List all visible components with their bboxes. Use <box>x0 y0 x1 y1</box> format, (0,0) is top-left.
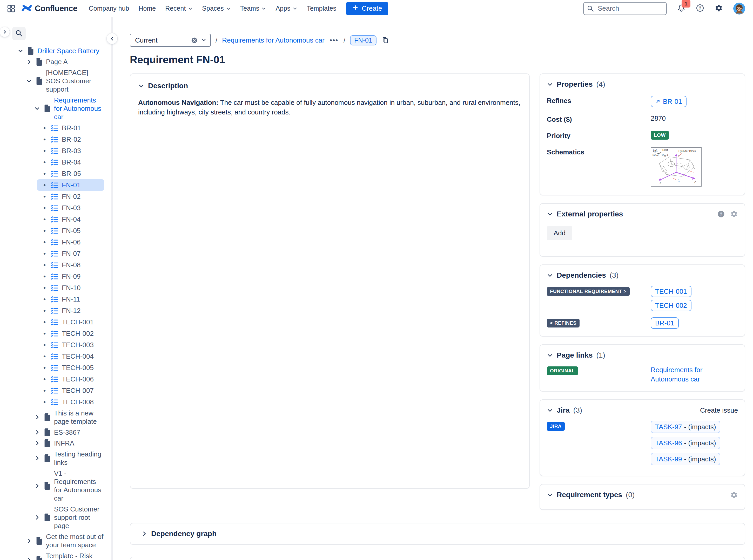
version-select[interactable]: Current <box>130 34 211 47</box>
breadcrumb-parent-link[interactable]: Requirements for Autonomous car <box>222 36 325 44</box>
tree-item-fn-05[interactable]: • FN-05 <box>37 225 104 236</box>
copy-link-button[interactable] <box>381 36 389 44</box>
collapse-jira-button[interactable] <box>547 407 553 413</box>
confluence-logo[interactable]: Confluence <box>21 3 77 15</box>
tree-item-get-the-most-out-of-your-team-space[interactable]: Get the most out of your team space <box>5 531 111 551</box>
tree-item-driller-space-battery[interactable]: Driller Space Battery <box>5 45 111 56</box>
schematics-thumbnail[interactable]: Left Rear Front Right Cylinder Block <box>651 147 701 187</box>
collapse-requirement-types-button[interactable] <box>547 492 553 498</box>
collapse-properties-button[interactable] <box>547 81 553 87</box>
external-properties-settings-button[interactable] <box>730 210 738 218</box>
nav-item-teams[interactable]: Teams <box>240 5 266 12</box>
tree-item-tech-005[interactable]: • TECH-005 <box>37 362 104 374</box>
help-button[interactable]: ? <box>696 4 704 13</box>
nav-item-company-hub[interactable]: Company hub <box>89 5 129 12</box>
tree-item-tech-007[interactable]: • TECH-007 <box>37 385 104 396</box>
create-issue-button[interactable]: Create issue <box>700 406 738 415</box>
tree-item-label: FN-09 <box>62 272 104 281</box>
tree-chevron-right-icon[interactable] <box>33 483 41 488</box>
tree-item-tech-001[interactable]: • TECH-001 <box>37 316 104 328</box>
tree-item-fn-10[interactable]: • FN-10 <box>37 282 104 294</box>
tree-item-homepage-sos-customer-support[interactable]: [HOMEPAGE] SOS Customer support <box>5 67 111 95</box>
tree-chevron-right-icon[interactable] <box>33 440 41 446</box>
notifications-button[interactable]: 1 <box>677 4 686 13</box>
tree-chevron-right-icon[interactable] <box>33 515 41 520</box>
tree-chevron-down-icon[interactable] <box>17 48 24 54</box>
tree-item-tech-002[interactable]: • TECH-002 <box>37 328 104 339</box>
tree-item-fn-07[interactable]: • FN-07 <box>37 248 104 259</box>
tree-chevron-right-icon[interactable] <box>33 429 41 435</box>
tree-item-page-a[interactable]: Page A <box>5 56 111 67</box>
requirement-icon <box>51 159 59 165</box>
clear-version-button[interactable] <box>191 37 198 44</box>
tree-item-br-02[interactable]: • BR-02 <box>37 134 104 145</box>
tree-item-tech-003[interactable]: • TECH-003 <box>37 339 104 351</box>
create-button[interactable]: Create <box>346 2 388 15</box>
tree-item-fn-02[interactable]: • FN-02 <box>37 191 104 202</box>
settings-button[interactable] <box>715 4 723 13</box>
tree-item-fn-06[interactable]: • FN-06 <box>37 236 104 248</box>
tree-item-infra[interactable]: INFRA <box>5 438 111 449</box>
nav-item-apps[interactable]: Apps <box>275 5 297 12</box>
tree-chevron-right-icon[interactable] <box>33 415 41 420</box>
tree-chevron-down-icon[interactable] <box>25 78 33 84</box>
tree-chevron-right-icon[interactable] <box>25 59 33 65</box>
tree-item-fn-08[interactable]: • FN-08 <box>37 259 104 271</box>
collapse-description-button[interactable] <box>138 83 144 89</box>
app-switcher-icon[interactable] <box>7 4 16 13</box>
sidebar-search-button[interactable] <box>12 27 26 40</box>
tree-item-br-04[interactable]: • BR-04 <box>37 157 104 168</box>
collapse-page-links-button[interactable] <box>547 352 553 358</box>
expand-dependency-graph-button[interactable] <box>141 531 148 537</box>
tree-item-fn-11[interactable]: • FN-11 <box>37 294 104 305</box>
dependency-chip-tech-002[interactable]: TECH-002 <box>651 300 692 311</box>
tree-item-fn-04[interactable]: • FN-04 <box>37 214 104 225</box>
tree-item-tech-006[interactable]: • TECH-006 <box>37 374 104 385</box>
breadcrumb-overflow-button[interactable]: ••• <box>329 36 339 44</box>
requirement-types-settings-button[interactable] <box>730 491 738 499</box>
tree-item-sos-customer-support-root-page[interactable]: SOS Customer support root page <box>5 504 111 531</box>
dependency-chip-tech-001[interactable]: TECH-001 <box>651 286 692 297</box>
bullet: • <box>43 306 46 315</box>
tree-item-template-risk-assessment[interactable]: Template - Risk assessment <box>5 551 111 560</box>
tree-chevron-right-icon[interactable] <box>33 455 41 461</box>
user-avatar[interactable] <box>733 3 745 15</box>
tree-item-br-01[interactable]: • BR-01 <box>37 122 104 134</box>
tree-item-br-03[interactable]: • BR-03 <box>37 145 104 157</box>
dependency-chip-br-01[interactable]: BR-01 <box>651 317 679 329</box>
add-external-property-button[interactable]: Add <box>547 226 572 240</box>
tree-item-tech-008[interactable]: • TECH-008 <box>37 396 104 408</box>
tree-chevron-down-icon[interactable] <box>33 106 41 111</box>
tree-item-fn-09[interactable]: • FN-09 <box>37 271 104 282</box>
nav-item-recent[interactable]: Recent <box>165 5 193 12</box>
jira-issue-chip-task-99[interactable]: TASK-99- (impacts) <box>651 453 720 465</box>
nav-item-templates[interactable]: Templates <box>307 5 336 12</box>
breadcrumb-current-chip[interactable]: FN-01 <box>350 35 376 45</box>
tree-item-es-3867[interactable]: ES-3867 <box>5 427 111 438</box>
tree-item-testing-heading-links[interactable]: Testing heading links <box>5 449 111 468</box>
tree-chevron-right-icon[interactable] <box>25 557 33 560</box>
tree-item-label: This is a new page template <box>54 409 104 425</box>
jira-issue-chip-task-97[interactable]: TASK-97- (impacts) <box>651 421 720 433</box>
refines-chip[interactable]: BR-01 <box>651 96 687 107</box>
jira-issue-chip-task-96[interactable]: TASK-96- (impacts) <box>651 437 720 449</box>
sidebar-resize-divider[interactable] <box>111 17 113 560</box>
tree-item-tech-004[interactable]: • TECH-004 <box>37 351 104 362</box>
tree-item-br-05[interactable]: • BR-05 <box>37 168 104 179</box>
collapse-external-properties-button[interactable] <box>547 211 553 217</box>
requirement-icon <box>51 399 59 405</box>
collapse-sidebar-button[interactable] <box>107 33 118 44</box>
page-link-original[interactable]: Requirements for Autonomous car <box>651 365 738 384</box>
tree-item-fn-12[interactable]: • FN-12 <box>37 305 104 316</box>
external-properties-help-button[interactable]: ? <box>717 210 725 218</box>
tree-item-fn-03[interactable]: • FN-03 <box>37 202 104 214</box>
search-input[interactable] <box>583 2 667 15</box>
collapse-dependencies-button[interactable] <box>547 272 553 278</box>
tree-item-v1-requirements-for-autonomous-car[interactable]: V1 - Requirements for Autonomous car <box>5 468 111 504</box>
tree-item-requirements-for-autonomous-car[interactable]: Requirements for Autonomous car <box>5 95 111 122</box>
nav-item-home[interactable]: Home <box>138 5 156 12</box>
tree-chevron-right-icon[interactable] <box>25 538 33 544</box>
tree-item-fn-01[interactable]: • FN-01 <box>37 179 104 191</box>
nav-item-spaces[interactable]: Spaces <box>202 5 231 12</box>
tree-item-this-is-a-new-page-template[interactable]: This is a new page template <box>5 408 111 427</box>
